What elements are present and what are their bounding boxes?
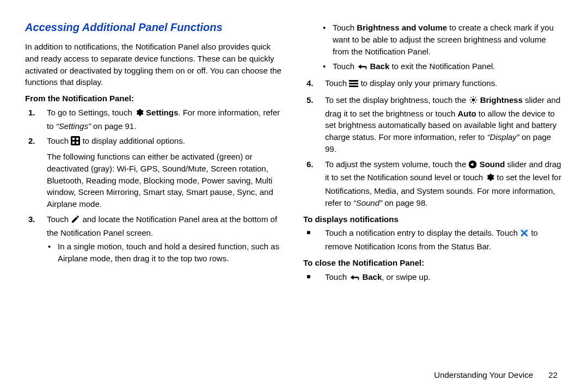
- text: The following functions can either be ac…: [47, 152, 273, 209]
- square-item: ■ Touch a notification entry to display …: [303, 227, 563, 253]
- brightness-label: Brightness: [480, 95, 523, 105]
- svg-rect-1: [72, 138, 75, 140]
- grid-icon: [71, 136, 80, 149]
- bullet-item: • Touch Back to exit the Notification Pa…: [322, 60, 563, 74]
- sound-ref: “Sound”: [353, 198, 382, 207]
- text: Touch: [325, 272, 349, 281]
- text: to exit the Notification Panel.: [389, 62, 495, 71]
- subhead-display-notifications: To displays notifications: [303, 213, 563, 225]
- item-body: Touch to display additional options. The…: [47, 135, 285, 210]
- text: Touch: [333, 23, 357, 32]
- text: Touch: [47, 215, 71, 224]
- item-body: To set the display brightness, touch the…: [325, 94, 563, 155]
- item-body: To go to Settings, touch Settings. For m…: [47, 107, 285, 132]
- brightness-volume-label: Brightness and volume: [357, 23, 447, 32]
- square-list-2: ■ Touch Back, or swipe up.: [303, 271, 563, 285]
- text: and locate the Notification Panel area a…: [47, 215, 277, 237]
- bullet-item: • Touch Brightness and volume to create …: [322, 22, 563, 57]
- left-column: Accessing Additional Panel Functions In …: [25, 20, 285, 359]
- item-number: 4.: [303, 77, 325, 91]
- text: In a single motion, touch and hold a des…: [58, 241, 285, 265]
- square-mark: ■: [303, 227, 325, 253]
- item-body: Touch and locate the Notification Panel …: [47, 213, 285, 268]
- text: Touch a notification entry to display th…: [325, 227, 563, 253]
- text: Touch: [333, 62, 357, 71]
- svg-point-8: [471, 98, 475, 101]
- auto-label: Auto: [457, 109, 476, 118]
- sound-label: Sound: [480, 160, 505, 169]
- bullet-mark: •: [322, 22, 333, 57]
- sound-icon: [468, 160, 477, 172]
- pencil-edit-icon: [71, 215, 80, 227]
- display-ref: “Display”: [487, 132, 519, 142]
- text: , or swipe up.: [382, 272, 430, 281]
- list-item-4: 4. Touch to display only your primary fu…: [303, 77, 563, 91]
- text: on page 91.: [91, 121, 136, 131]
- text: Touch Back, or swipe up.: [325, 271, 430, 285]
- settings-gear-icon: [485, 173, 494, 185]
- svg-rect-0: [71, 136, 80, 145]
- text: Touch: [325, 78, 349, 88]
- back-label: Back: [370, 62, 389, 71]
- svg-rect-3: [72, 142, 75, 144]
- text: Touch a notification entry to display th…: [325, 228, 520, 237]
- svg-line-14: [475, 102, 476, 102]
- svg-rect-6: [349, 83, 358, 84]
- right-column: • Touch Brightness and volume to create …: [303, 20, 563, 359]
- settings-gear-icon: [134, 108, 144, 120]
- item-number: 1.: [25, 107, 47, 132]
- back-label: Back: [362, 272, 382, 281]
- subhead-from-panel: From the Notification Panel:: [25, 93, 285, 105]
- text: on page 98.: [382, 198, 427, 207]
- text: to display only your primary functions.: [360, 78, 497, 88]
- remove-x-icon: [520, 229, 529, 241]
- footer-section: Understanding Your Device: [434, 370, 533, 379]
- section-title: Accessing Additional Panel Functions: [25, 20, 285, 35]
- svg-line-16: [475, 97, 476, 97]
- svg-line-15: [470, 102, 471, 102]
- numbered-list-left: 1. To go to Settings, touch Settings. Fo…: [25, 107, 285, 268]
- list-item-3: 3. Touch and locate the Notification Pan…: [25, 213, 285, 268]
- list-item-5: 5. To set the display brightness, touch …: [303, 94, 563, 155]
- sub-bullets: • In a single motion, touch and hold a d…: [47, 241, 285, 265]
- intro-paragraph: In addition to notifications, the Notifi…: [25, 41, 285, 88]
- text: Touch Brightness and volume to create a …: [333, 22, 563, 57]
- square-mark: ■: [303, 271, 325, 285]
- svg-rect-4: [76, 142, 78, 144]
- bullet-mark: •: [322, 60, 333, 74]
- text: Touch: [47, 136, 71, 145]
- list-item-1: 1. To go to Settings, touch Settings. Fo…: [25, 107, 285, 132]
- svg-line-13: [470, 97, 471, 97]
- list-item-6: 6. To adjust the system volume, touch th…: [303, 158, 563, 209]
- bullet-mark: •: [47, 241, 58, 265]
- item-number: 3.: [25, 213, 47, 268]
- page-number: 22: [548, 370, 558, 379]
- numbered-list-right: 4. Touch to display only your primary fu…: [303, 77, 563, 209]
- subhead-close-panel: To close the Notification Panel:: [303, 257, 563, 269]
- settings-label: Settings: [146, 108, 178, 117]
- page-body: Accessing Additional Panel Functions In …: [0, 0, 588, 370]
- bullet-item: • In a single motion, touch and hold a d…: [47, 241, 285, 265]
- text: Touch Back to exit the Notification Pane…: [333, 60, 495, 74]
- svg-rect-7: [349, 85, 358, 87]
- text: To go to Settings, touch: [47, 108, 134, 117]
- item-body: Touch to display only your primary funct…: [325, 77, 563, 91]
- text: To set the display brightness, touch the: [325, 95, 469, 105]
- settings-ref: “Settings”: [56, 121, 91, 131]
- svg-rect-5: [349, 80, 358, 82]
- back-icon: [349, 273, 360, 285]
- item-number: 2.: [25, 135, 47, 210]
- brightness-icon: [469, 95, 478, 108]
- back-icon: [357, 62, 367, 74]
- sub-bullets-cont: • Touch Brightness and volume to create …: [322, 22, 563, 74]
- item-body: To adjust the system volume, touch the S…: [325, 158, 563, 209]
- svg-rect-2: [76, 138, 78, 140]
- menu-lines-icon: [349, 79, 358, 91]
- text: To adjust the system volume, touch the: [325, 160, 468, 169]
- item-number: 6.: [303, 158, 325, 209]
- item-number: 5.: [303, 94, 325, 155]
- page-footer: Understanding Your Device 22: [0, 370, 588, 379]
- square-item: ■ Touch Back, or swipe up.: [303, 271, 563, 285]
- text: to display additional options.: [82, 136, 185, 145]
- square-list-1: ■ Touch a notification entry to display …: [303, 227, 563, 253]
